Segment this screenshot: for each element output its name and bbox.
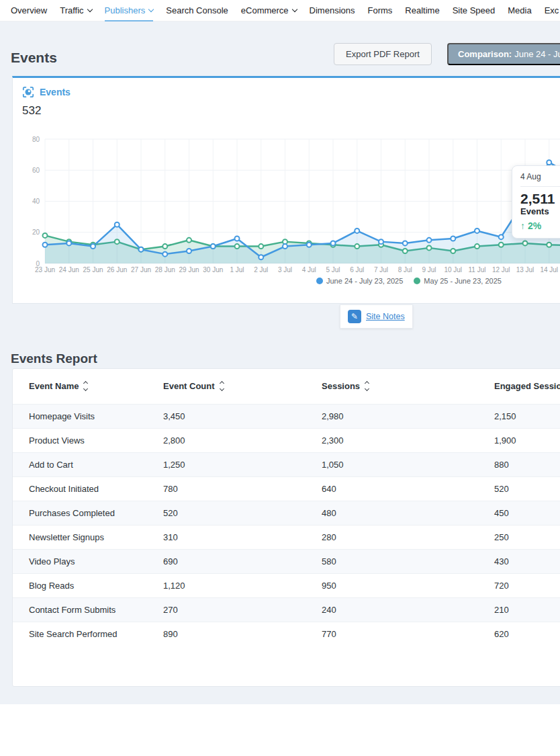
event-name-cell: Blog Reads xyxy=(13,573,162,597)
column-header-label: Event Count xyxy=(163,381,215,391)
metric-cell: 890 xyxy=(162,622,321,646)
svg-text:13 Jul: 13 Jul xyxy=(516,266,534,274)
events-chart-card: Events 532 02040608023 Jun24 Jun25 Jun26… xyxy=(12,76,560,304)
chevron-down-icon xyxy=(291,6,297,11)
nav-item-publishers[interactable]: Publishers xyxy=(105,0,154,22)
nav-item-site-speed[interactable]: Site Speed xyxy=(453,0,496,22)
nav-item-ecommerce[interactable]: eCommerce xyxy=(241,0,297,22)
event-name-cell: Add to Cart xyxy=(13,452,162,476)
nav-item-forms[interactable]: Forms xyxy=(368,0,393,22)
nav-item-realtime[interactable]: Realtime xyxy=(405,0,439,22)
event-name-cell: Site Search Performed xyxy=(13,622,162,646)
nav-item-label: Overview xyxy=(11,5,47,15)
events-total-value: 532 xyxy=(22,104,41,118)
column-header-sessions[interactable]: Sessions xyxy=(321,369,482,404)
table-row: Homepage Visits3,4502,9802,150 xyxy=(13,404,560,428)
nav-item-overview[interactable]: Overview xyxy=(11,0,47,22)
sort-icon[interactable] xyxy=(220,382,224,390)
svg-text:1 Jul: 1 Jul xyxy=(230,266,244,274)
svg-text:6 Jul: 6 Jul xyxy=(350,266,364,274)
legend-item[interactable]: May 25 - June 23, 2025 xyxy=(414,277,502,285)
nav-item-label: Publishers xyxy=(105,5,146,15)
svg-text:24 Jun: 24 Jun xyxy=(59,266,79,274)
table-row: Contact Form Submits270240210 xyxy=(13,597,560,622)
site-notes-button[interactable]: ✎ Site Notes xyxy=(340,304,413,329)
metric-cell: 950 xyxy=(321,573,482,597)
metric-cell: 880 xyxy=(482,452,560,476)
table-row: Newsletter Signups310280250 xyxy=(13,525,560,549)
comparison-date-range-button[interactable]: Comparison: June 24 - Ju xyxy=(447,43,560,65)
svg-text:12 Jul: 12 Jul xyxy=(492,266,510,274)
events-icon xyxy=(22,86,34,98)
tooltip-metric: Events xyxy=(520,206,560,216)
sort-icon[interactable] xyxy=(84,382,87,390)
tooltip-value: 2,511 xyxy=(520,192,560,206)
metric-cell: 780 xyxy=(162,476,321,501)
chevron-down-icon xyxy=(148,6,154,11)
svg-text:10 Jul: 10 Jul xyxy=(444,266,462,274)
metric-cell: 1,900 xyxy=(482,428,560,452)
svg-text:30 Jun: 30 Jun xyxy=(203,266,223,274)
nav-item-label: Site Speed xyxy=(453,5,496,15)
column-header-label: Event Name xyxy=(29,381,79,391)
chart-card-title: Events xyxy=(40,87,71,97)
table-row: Blog Reads1,120950720 xyxy=(13,573,560,597)
comparison-range: June 24 - Ju xyxy=(514,49,560,59)
nav-item-dimensions[interactable]: Dimensions xyxy=(310,0,355,22)
sort-icon[interactable] xyxy=(365,382,369,390)
tooltip-change: ↑ 2% xyxy=(520,220,560,231)
svg-text:25 Jun: 25 Jun xyxy=(83,266,103,274)
nav-item-media[interactable]: Media xyxy=(508,0,531,22)
metric-cell: 2,150 xyxy=(482,404,560,428)
metric-cell: 770 xyxy=(321,622,482,646)
metric-cell: 430 xyxy=(482,549,560,573)
svg-text:9 Jul: 9 Jul xyxy=(422,266,436,274)
metric-cell: 520 xyxy=(162,501,321,525)
metric-cell: 450 xyxy=(482,501,560,525)
site-notes-link[interactable]: Site Notes xyxy=(366,312,405,321)
metric-cell: 2,800 xyxy=(162,428,321,452)
svg-text:14 Jul: 14 Jul xyxy=(540,266,558,274)
metric-cell: 2,980 xyxy=(321,404,482,428)
legend-dot-icon xyxy=(316,278,323,284)
column-header-event-count[interactable]: Event Count xyxy=(162,369,321,404)
svg-text:80: 80 xyxy=(32,136,40,143)
nav-item-label: Dimensions xyxy=(310,5,355,15)
chart-area: 02040608023 Jun24 Jun25 Jun26 Jun27 Jun2… xyxy=(13,134,560,288)
tooltip-date: 4 Aug xyxy=(520,172,560,187)
table-row: Video Plays690580430 xyxy=(13,549,560,573)
events-report-card: Event NameEvent CountSessionsEngaged Ses… xyxy=(12,368,560,687)
legend-item[interactable]: June 24 - July 23, 2025 xyxy=(316,277,403,285)
event-name-cell: Product Views xyxy=(13,428,162,452)
table-row: Purchases Completed520480450 xyxy=(13,501,560,525)
nav-item-exc[interactable]: Exc xyxy=(545,0,559,22)
chevron-down-icon xyxy=(87,6,92,11)
column-header-engaged-sessions[interactable]: Engaged Sessions xyxy=(482,369,560,404)
metric-cell: 620 xyxy=(482,622,560,646)
chart-legend: June 24 - July 23, 2025May 25 - June 23,… xyxy=(316,277,502,285)
svg-text:11 Jul: 11 Jul xyxy=(469,266,486,274)
metric-cell: 310 xyxy=(162,525,321,549)
svg-text:40: 40 xyxy=(32,198,40,205)
export-pdf-button[interactable]: Export PDF Report xyxy=(334,43,432,65)
nav-item-traffic[interactable]: Traffic xyxy=(60,0,91,22)
legend-label: June 24 - July 23, 2025 xyxy=(326,277,403,285)
svg-text:28 Jun: 28 Jun xyxy=(155,266,175,274)
table-row: Checkout Initiated780640520 xyxy=(13,476,560,501)
event-name-cell: Contact Form Submits xyxy=(13,597,162,622)
nav-item-label: Realtime xyxy=(405,5,439,15)
svg-text:26 Jun: 26 Jun xyxy=(107,266,127,274)
metric-cell: 580 xyxy=(321,549,482,573)
chart-tooltip: 4 Aug 2,511 Events ↑ 2% xyxy=(512,165,560,239)
legend-label: May 25 - June 23, 2025 xyxy=(424,277,502,285)
column-header-label: Sessions xyxy=(322,381,360,391)
nav-item-label: Traffic xyxy=(60,5,83,15)
nav-item-search-console[interactable]: Search Console xyxy=(166,0,228,22)
metric-cell: 280 xyxy=(321,525,482,549)
column-header-event-name[interactable]: Event Name xyxy=(13,369,162,404)
metric-cell: 690 xyxy=(162,549,321,573)
metric-cell: 2,300 xyxy=(321,428,482,452)
event-name-cell: Checkout Initiated xyxy=(13,476,162,501)
table-row: Site Search Performed890770620 xyxy=(13,622,560,646)
metric-cell: 240 xyxy=(321,597,482,622)
